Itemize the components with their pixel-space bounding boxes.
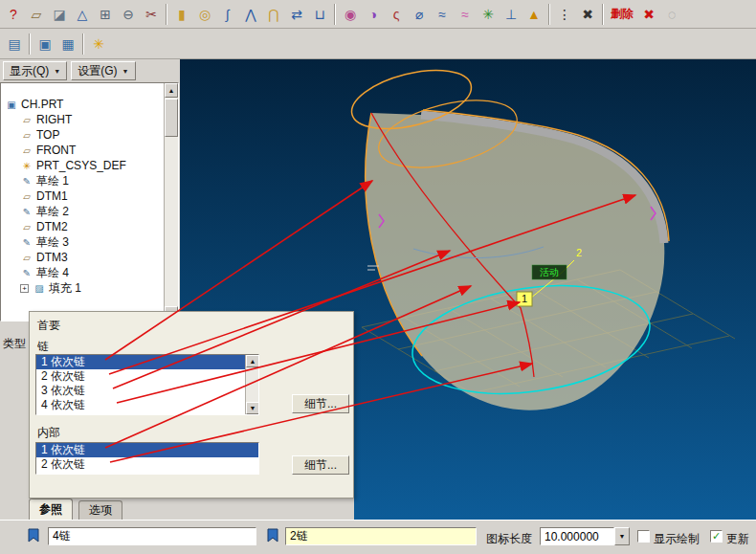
tree-item[interactable]: ▱TOP [1, 127, 176, 143]
diameter-icon[interactable]: ⌀ [408, 3, 431, 26]
scroll-up-icon[interactable]: ▲ [246, 355, 259, 367]
revolve-icon[interactable]: ◎ [193, 3, 216, 26]
sweep-icon[interactable]: ∫ [216, 3, 239, 26]
purge-icon[interactable]: ◌ [660, 3, 683, 26]
context-help-icon[interactable]: ? [2, 3, 25, 26]
tab-references[interactable]: 参照 [29, 499, 73, 520]
internal-section-label: 内部 [37, 425, 60, 441]
blend-icon[interactable]: ⋀ [239, 3, 262, 26]
chain-list-item[interactable]: 1 依次链 [36, 443, 258, 457]
datum-display-icon[interactable]: ◪ [48, 3, 71, 26]
tree-item-label: DTM2 [36, 220, 68, 233]
toolbar-separator [548, 4, 550, 25]
perpendicular-icon[interactable]: ⊥ [500, 3, 523, 26]
tree-item[interactable]: ✎草绘 4 [1, 265, 176, 280]
render-sphere-icon[interactable]: ◉ [339, 3, 362, 26]
regenerate-icon[interactable]: ✳ [87, 33, 110, 55]
application-window: ?▱◪△⊞⊖✂▮◎∫⋀⋂⇄⊔◉◑ς⌀≈≈✳⊥▲⋮✖删除✖◌ ▤▣▦✳ 显示(Q)… [0, 0, 756, 554]
tab-options[interactable]: 选项 [78, 500, 122, 520]
expand-plus-icon[interactable]: + [20, 284, 29, 293]
nav-pane-icon[interactable]: ▤ [3, 33, 26, 55]
tree-item-label: DTM3 [36, 251, 68, 264]
chain-list-scrollbar[interactable]: ▲ ▼ [245, 355, 258, 414]
datum-plane-icon: ▱ [20, 222, 33, 233]
tree-item[interactable]: ▱DTM1 [1, 188, 176, 204]
close-window-icon[interactable]: ✖ [576, 3, 599, 26]
icon-length-field[interactable] [540, 527, 614, 545]
xsection-icon[interactable]: ✂ [140, 3, 163, 26]
icon-length-dropdown-icon[interactable]: ▼ [614, 527, 630, 545]
tree-item[interactable]: ▣CH.PRT [1, 97, 176, 112]
secondary-toolbar-icons: ▤▣▦✳ [3, 33, 110, 55]
csys-icon: ✳ [20, 161, 33, 171]
appearance-icon[interactable]: ◑ [362, 3, 385, 26]
scroll-up-icon[interactable]: ▲ [165, 83, 178, 98]
datum-plane-icon: ▱ [20, 253, 33, 263]
type-strip-label: 类型 [3, 337, 26, 350]
wave-pink-icon[interactable]: ≈ [454, 3, 477, 26]
delete-x-icon[interactable]: ✖ [637, 3, 660, 26]
suppress-icon[interactable]: ⊖ [117, 3, 140, 26]
chain-list-item[interactable]: 2 依次链 [36, 457, 258, 472]
datum-plane-icon: ▱ [20, 145, 33, 156]
extrude-icon[interactable]: ▮ [170, 3, 193, 26]
tree-item[interactable]: ▱FRONT [1, 143, 176, 158]
tree-item[interactable]: ✳PRT_CSYS_DEF [1, 158, 176, 173]
tree-display-button[interactable]: 显示(Q) ▼ [3, 61, 67, 80]
chain-list-item[interactable]: 4 依次链 [36, 398, 258, 412]
internal-details-button[interactable]: 细节... [292, 455, 349, 475]
chain-collector-icon[interactable] [264, 527, 283, 546]
tree-item-label: DTM1 [36, 189, 68, 203]
show-draw-label: 显示绘制 [654, 531, 700, 547]
toolbar-separator [602, 4, 604, 25]
scroll-down-icon[interactable]: ▼ [246, 402, 259, 414]
chain1-collector-field[interactable] [48, 527, 256, 545]
scrollbar-thumb[interactable] [165, 99, 178, 137]
chevron-down-icon: ▼ [54, 68, 60, 75]
tree-settings-label: 设置(G) [78, 63, 117, 79]
tree-item[interactable]: ▱DTM3 [1, 250, 176, 265]
plant-icon[interactable]: ✳ [477, 3, 500, 26]
shaded-triangle-icon[interactable]: ▲ [523, 3, 545, 26]
chain-listbox: 1 依次链2 依次链3 依次链4 依次链 ▲ ▼ [35, 354, 259, 415]
chain2-collector-field[interactable] [285, 527, 477, 545]
chain-details-button[interactable]: 细节... [292, 394, 349, 413]
swap-arrows-icon[interactable]: ⇄ [285, 3, 308, 26]
shell-icon[interactable]: ⊔ [308, 3, 331, 26]
datum-point-icon[interactable]: △ [71, 3, 94, 26]
show-draw-checkbox[interactable] [637, 530, 650, 543]
style-curve-icon[interactable]: ς [385, 3, 408, 26]
model-tree-panel: ▣CH.PRT▱RIGHT▱TOP▱FRONT✳PRT_CSYS_DEF✎草绘 … [0, 82, 179, 321]
tree-item[interactable]: +▨填充 1 [1, 280, 176, 296]
update-checkbox[interactable]: ✓ [710, 530, 723, 543]
list-dots-icon[interactable]: ⋮ [553, 3, 576, 26]
datum-plane-icon[interactable]: ▱ [25, 3, 48, 26]
tree-item[interactable]: ✎草绘 2 [1, 204, 176, 219]
tree-item[interactable]: ▱DTM2 [1, 219, 176, 234]
wave-blue-icon[interactable]: ≈ [431, 3, 454, 26]
sketch-icon: ✎ [20, 237, 33, 248]
toolbar-separator [82, 33, 84, 55]
copy-icon[interactable]: ▣ [33, 33, 56, 55]
type-strip-panel: 类型 [0, 321, 29, 499]
grid-snap-icon[interactable]: ⊞ [94, 3, 117, 26]
tree-item[interactable]: ✎草绘 1 [1, 173, 176, 188]
tree-scrollbar[interactable]: ▲ ▼ [164, 83, 178, 321]
part-icon: ▣ [5, 100, 18, 110]
dim2-label: 2 [576, 247, 582, 258]
tree-settings-button[interactable]: 设置(G) ▼ [71, 61, 135, 80]
chain-list-item[interactable]: 2 依次链 [36, 369, 258, 384]
chain-collector-icon[interactable] [25, 527, 44, 546]
chevron-down-icon: ▼ [122, 68, 129, 75]
tree-item-label: 草绘 4 [36, 265, 69, 281]
paste-icon[interactable]: ▦ [56, 33, 79, 55]
tree-item-label: PRT_CSYS_DEF [36, 159, 126, 172]
internal-listbox: 1 依次链2 依次链 [35, 442, 259, 475]
boundary-blend-icon[interactable]: ⋂ [262, 3, 285, 26]
chain-list-item[interactable]: 3 依次链 [36, 384, 258, 398]
icon-length-label: 图标长度 [486, 531, 532, 547]
chain-list-item[interactable]: 1 依次链 [36, 355, 258, 369]
tree-item[interactable]: ✎草绘 3 [1, 234, 176, 250]
delete-button[interactable]: 删除 [607, 3, 637, 26]
tree-item[interactable]: ▱RIGHT [1, 112, 176, 127]
